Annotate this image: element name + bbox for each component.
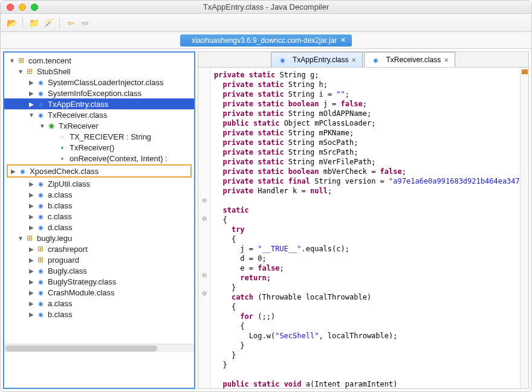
window-title: TxAppEntry.class - Java Decompiler [1, 2, 531, 11]
pkg-icon [36, 255, 45, 265]
expand-icon[interactable]: ▶ [27, 191, 36, 198]
editor-tab[interactable]: TxAppEntry.class ✕ [271, 52, 363, 67]
traffic-lights [1, 4, 38, 11]
tree-item-label: TxReceiver() [70, 143, 114, 152]
warning-marker [522, 69, 528, 74]
class-icon [36, 309, 45, 319]
tree-item[interactable]: ▼StubShell [4, 66, 194, 77]
open-icon[interactable]: 📂 [5, 17, 18, 29]
class-green-icon [47, 121, 56, 130]
tree-item[interactable]: ▶b.class [4, 309, 194, 320]
expand-icon[interactable]: ▶ [27, 278, 36, 285]
wand-icon[interactable]: 🪄 [42, 17, 54, 29]
tree-item[interactable]: TxReceiver() [4, 142, 194, 153]
tree-item[interactable]: ▶CrashModule.class [4, 287, 194, 298]
close-icon[interactable]: ✕ [444, 57, 449, 63]
tree-item[interactable]: ▶Bugly.class [4, 265, 194, 276]
class-icon [36, 222, 45, 232]
tree-item[interactable]: ▶TxAppEntry.class [4, 98, 194, 109]
expand-icon[interactable]: ▼ [16, 68, 25, 75]
jar-icon [186, 36, 189, 45]
expand-icon[interactable]: ▶ [27, 289, 36, 296]
tree-item[interactable]: ▶SystemInfoException.class [4, 88, 194, 98]
tree-item[interactable]: ▶c.class [4, 211, 194, 222]
expand-icon[interactable]: ▼ [27, 112, 36, 118]
expand-icon[interactable]: ▶ [9, 168, 18, 175]
close-icon[interactable]: ✕ [351, 57, 356, 63]
tree-item[interactable]: ▶proguard [4, 254, 194, 265]
file-tab[interactable]: xiaohuashengv3.6.9_downcc.com-dex2jar.ja… [180, 34, 352, 47]
editor-tab[interactable]: TxReceiver.class ✕ [364, 52, 455, 67]
source-code[interactable]: private static String g; private static … [210, 68, 520, 388]
tree-item[interactable]: ▶crashreport [4, 243, 194, 254]
expand-icon[interactable]: ▶ [27, 300, 36, 307]
close-icon[interactable]: ✕ [340, 36, 346, 44]
fold-gutter[interactable]: ⊖ ⊖ ⊖ ⊖ [198, 68, 210, 388]
close-window-button[interactable] [7, 4, 14, 11]
tree-item[interactable]: ▶a.class [4, 298, 194, 309]
class-icon [36, 88, 45, 98]
tree-item-label: TxReceiver [59, 121, 99, 130]
class-icon [36, 77, 45, 87]
tree-item[interactable]: ▶d.class [4, 222, 194, 233]
tree-item-label: proguard [48, 255, 79, 265]
tree-item[interactable]: ▼TxReceiver.class [4, 109, 194, 120]
expand-icon[interactable]: ▼ [16, 235, 25, 242]
expand-icon[interactable]: ▶ [27, 246, 36, 252]
pkg-icon [25, 233, 34, 243]
separator [59, 18, 60, 28]
code-pane: ⊖ ⊖ ⊖ ⊖ private static String g; private… [198, 68, 528, 388]
tree-item[interactable]: ▶b.class [4, 200, 194, 211]
tree-item-label: b.class [48, 310, 72, 319]
class-icon [36, 190, 45, 199]
tree-item-label: TxAppEntry.class [48, 100, 108, 109]
expand-icon[interactable]: ▶ [27, 268, 36, 274]
expand-icon[interactable]: ▶ [27, 257, 36, 263]
zoom-window-button[interactable] [31, 4, 38, 11]
tree-item[interactable]: ▶XposedCheck.class [7, 164, 192, 178]
tree-item-label: c.class [48, 212, 72, 221]
expand-icon[interactable]: ▶ [27, 224, 36, 231]
tree-item[interactable]: TX_RECIEVER : String [4, 131, 194, 142]
overview-ruler[interactable] [520, 68, 528, 388]
tree-item-label: TxReceiver.class [48, 111, 107, 120]
file-tabbar: xiaohuashengv3.6.9_downcc.com-dex2jar.ja… [1, 32, 531, 49]
minimize-window-button[interactable] [19, 4, 26, 11]
sidebar-hscroll[interactable] [4, 344, 194, 352]
tree-item[interactable]: ▼bugly.legu [4, 233, 194, 243]
tree-item-label: onReceive(Context, Intent) : [70, 154, 167, 163]
class-icon [36, 266, 45, 275]
folder-icon[interactable]: 📁 [28, 17, 40, 29]
expand-icon[interactable]: ▼ [8, 57, 16, 64]
expand-icon[interactable]: ▶ [27, 101, 36, 108]
class-icon [36, 288, 45, 297]
expand-icon[interactable]: ▶ [27, 79, 36, 86]
editor-tab-label: TxAppEntry.class [293, 56, 348, 64]
tree-item[interactable]: ▶ZipUtil.class [4, 178, 194, 189]
tree-item[interactable]: onReceive(Context, Intent) : [4, 153, 194, 164]
forward-icon[interactable]: ⇨ [79, 17, 91, 29]
separator [22, 18, 23, 28]
tree-item[interactable]: ▶SystemClassLoaderInjector.class [4, 77, 194, 88]
expand-icon[interactable]: ▶ [27, 202, 36, 209]
expand-icon[interactable]: ▶ [27, 213, 36, 220]
titlebar: TxAppEntry.class - Java Decompiler [1, 1, 531, 14]
tree-item[interactable]: ▶a.class [4, 189, 194, 200]
field-icon [57, 132, 67, 141]
tree-item-label: ZipUtil.class [48, 179, 90, 188]
expand-icon[interactable]: ▶ [27, 90, 36, 97]
tree-item[interactable]: ▼TxReceiver [4, 120, 194, 131]
back-icon[interactable]: ⇦ [65, 17, 77, 29]
class-icon [36, 277, 45, 286]
class-icon [277, 55, 287, 65]
tree-item-label: SystemInfoException.class [48, 89, 141, 98]
tree-item[interactable]: ▶BuglyStrategy.class [4, 276, 194, 287]
tree-item[interactable]: ▼com.tencent [4, 55, 194, 66]
class-icon [36, 298, 45, 308]
tree-item-label: a.class [48, 299, 72, 308]
expand-icon[interactable]: ▶ [27, 311, 36, 318]
expand-icon[interactable]: ▼ [38, 123, 47, 129]
method-icon [57, 143, 67, 152]
package-tree[interactable]: ▼com.tencent▼StubShell▶SystemClassLoader… [3, 51, 195, 389]
expand-icon[interactable]: ▶ [27, 181, 36, 187]
